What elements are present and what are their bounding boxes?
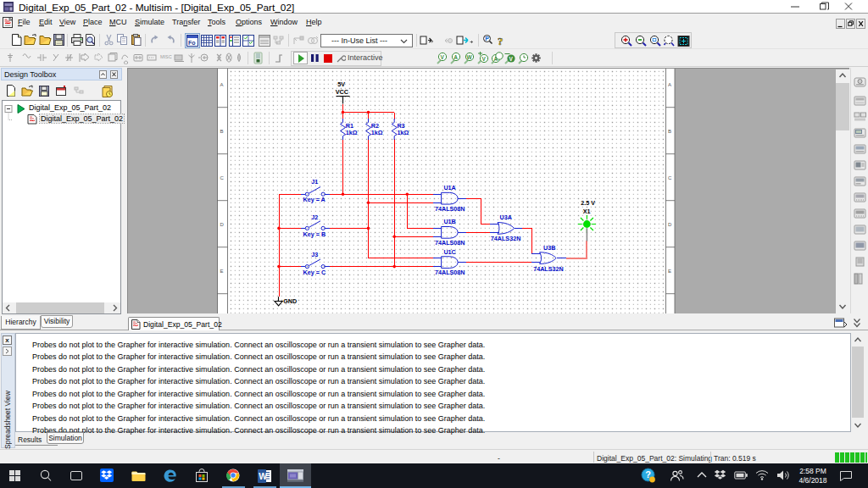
svg-text:Key = B: Key = B — [303, 230, 326, 238]
svg-text:U1B: U1B — [443, 218, 455, 225]
svg-text:W: W — [259, 471, 267, 481]
svg-text:A: A — [494, 55, 498, 61]
svg-text:J2: J2 — [311, 214, 318, 221]
svg-text:D: D — [220, 222, 225, 227]
svg-text:D: D — [668, 222, 672, 227]
svg-text:B: B — [668, 129, 671, 134]
svg-text:X1: X1 — [583, 208, 591, 215]
svg-text:V: V — [441, 53, 445, 59]
svg-text:V: V — [509, 55, 514, 61]
svg-text:?: ? — [498, 35, 504, 47]
svg-text:E: E — [220, 269, 224, 274]
svg-text:74ALS08N: 74ALS08N — [435, 269, 465, 276]
svg-text:J1: J1 — [311, 178, 318, 186]
svg-text:VCC: VCC — [336, 88, 348, 96]
svg-text:74ALS08N: 74ALS08N — [435, 239, 465, 247]
svg-text:U3B: U3B — [543, 244, 555, 252]
svg-text:74ALS08N: 74ALS08N — [435, 205, 465, 213]
svg-text:MISC: MISC — [160, 54, 172, 59]
svg-text:C: C — [668, 175, 672, 180]
svg-text:74ALS32N: 74ALS32N — [533, 265, 564, 273]
svg-text:U1C: U1C — [443, 248, 455, 256]
svg-text:GND: GND — [283, 297, 297, 305]
svg-text:A: A — [453, 53, 458, 59]
svg-text:A: A — [668, 82, 671, 87]
svg-text:W: W — [467, 53, 473, 59]
svg-text:5V: 5V — [337, 80, 345, 88]
svg-text:P: P — [485, 36, 489, 42]
svg-text:B: B — [220, 129, 224, 134]
svg-text:Key = A: Key = A — [303, 196, 326, 203]
svg-text:Fo: Fo — [188, 39, 196, 45]
svg-text:J3: J3 — [311, 251, 318, 258]
svg-text:E: E — [668, 269, 671, 274]
svg-text:Key = C: Key = C — [303, 269, 326, 276]
svg-text:2.5 V: 2.5 V — [581, 199, 595, 207]
svg-text:A: A — [220, 82, 224, 87]
svg-text:U1A: U1A — [443, 184, 455, 191]
svg-text:1kΩ: 1kΩ — [346, 129, 358, 136]
svg-text:74ALS32N: 74ALS32N — [491, 235, 521, 242]
svg-text:1kΩ: 1kΩ — [397, 129, 409, 136]
svg-text:1kΩ: 1kΩ — [371, 129, 383, 136]
svg-text:C: C — [220, 175, 225, 180]
svg-text:V: V — [482, 55, 487, 61]
svg-text:U3A: U3A — [500, 214, 512, 221]
